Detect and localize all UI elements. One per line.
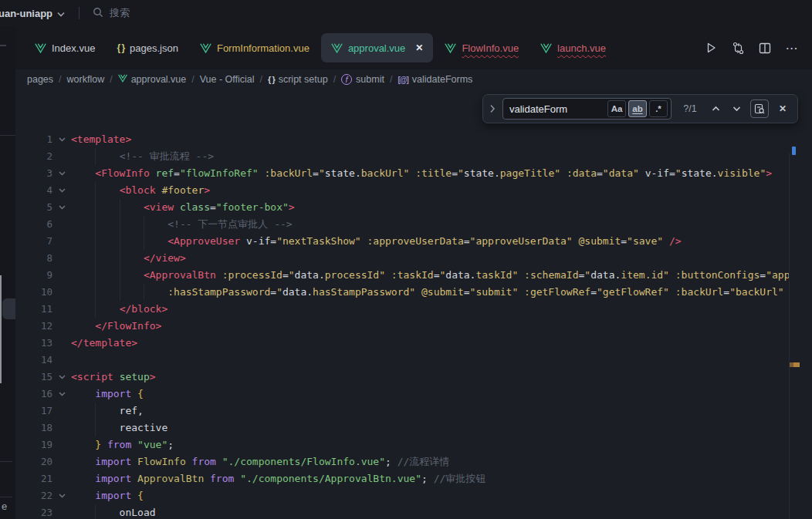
tab-label: FormInformation.vue: [217, 42, 310, 54]
sliver-divider: [0, 497, 12, 497]
code-text: <!-- 审批流程 -->: [71, 148, 789, 165]
code-line-22[interactable]: 22 import {: [15, 487, 789, 504]
code-text: :hasStampPassword="data.hasStampPassword…: [71, 284, 789, 301]
code-line-10[interactable]: 10 :hasStampPassword="data.hasStampPassw…: [15, 284, 789, 301]
code-line-20[interactable]: 20 import FlowInfo from "./components/Fl…: [15, 453, 789, 470]
code-line-16[interactable]: 16 import {: [15, 386, 789, 403]
fold-icon[interactable]: [52, 386, 71, 403]
code-line-19[interactable]: 19 } from "vue";: [15, 436, 789, 453]
fold-icon[interactable]: [52, 369, 71, 386]
find-input[interactable]: [505, 103, 605, 115]
code-line-3[interactable]: 3 <FlowInfo ref="flowInfoRef" :backUrl="…: [15, 165, 789, 182]
code-line-1[interactable]: 1<template>: [15, 131, 789, 148]
fold-spacer: [52, 233, 71, 250]
line-number: 14: [15, 352, 52, 369]
fold-icon[interactable]: [52, 487, 71, 504]
code-line-12[interactable]: 12 </FlowInfo>: [15, 318, 789, 335]
breadcrumb-item-workflow[interactable]: workflow: [67, 74, 105, 85]
fold-spacer: [52, 216, 71, 233]
code-line-4[interactable]: 4 <block #footer>: [15, 182, 789, 199]
breadcrumb-label: script setup: [279, 74, 328, 85]
whole-word-toggle[interactable]: ab: [628, 100, 647, 117]
sidebar-selected-item[interactable]: [2, 298, 16, 319]
code-line-5[interactable]: 5 <view class="footer-box">: [15, 199, 789, 216]
toggle-replace-icon[interactable]: [489, 104, 496, 113]
line-number: 7: [15, 233, 52, 250]
tab-launch-vue[interactable]: launch.vue: [530, 33, 616, 62]
regex-toggle[interactable]: .*: [649, 100, 668, 117]
fold-icon[interactable]: [52, 199, 71, 216]
code-line-15[interactable]: 15<script setup>: [15, 369, 789, 386]
compare-changes-icon[interactable]: [730, 40, 746, 56]
code-line-9[interactable]: 9 <ApprovalBtn :processId="data.processI…: [15, 267, 789, 284]
code-line-13[interactable]: 13</template>: [15, 335, 789, 352]
find-match-count: ?/1: [678, 103, 702, 114]
fold-icon[interactable]: [52, 182, 71, 199]
breadcrumb-label: workflow: [67, 74, 105, 85]
tab-approval-vue[interactable]: approval.vue✕: [321, 33, 434, 62]
close-find-icon[interactable]: ✕: [776, 102, 790, 116]
tab-label: pages.json: [130, 42, 178, 54]
breadcrumb-item-submit[interactable]: fsubmit: [341, 74, 384, 85]
fold-spacer: [52, 403, 71, 420]
code-text: </view>: [71, 250, 789, 267]
code-line-21[interactable]: 21 import ApprovalBtn from "./components…: [15, 470, 789, 487]
breadcrumb-label: pages: [27, 74, 53, 85]
code-line-8[interactable]: 8 </view>: [15, 250, 789, 267]
code-line-2[interactable]: 2 <!-- 审批流程 -->: [15, 148, 789, 165]
line-number: 16: [15, 386, 52, 403]
breadcrumb-item-validateforms[interactable]: [@]validateForms: [398, 74, 472, 85]
next-match-icon[interactable]: [729, 102, 743, 116]
overview-ruler-find-marker[interactable]: [792, 147, 796, 155]
tab-pages-json[interactable]: { }pages.json: [107, 33, 188, 62]
code-text: <ApprovalBtn :processId="data.processId"…: [71, 267, 789, 284]
indent-guide: [95, 267, 96, 284]
code-text: <script setup>: [71, 369, 789, 386]
line-number: 13: [15, 335, 52, 352]
fold-spacer: [52, 250, 71, 267]
code-line-7[interactable]: 7 <ApproveUser v-if="nextTaskShow" :appr…: [15, 233, 789, 250]
search-icon: [93, 7, 103, 20]
code-line-18[interactable]: 18 reactive: [15, 420, 789, 436]
overview-ruler-warning-marker[interactable]: [790, 362, 800, 367]
indent-guide: [95, 199, 96, 216]
sliver-divider: [0, 461, 12, 462]
match-case-toggle[interactable]: Aa: [607, 100, 626, 117]
code-text: [71, 352, 789, 369]
vue-icon: [540, 43, 552, 53]
tab-forminformation-vue[interactable]: FormInformation.vue: [190, 33, 320, 62]
editor-column: Index.vue{ }pages.jsonFormInformation.vu…: [15, 26, 812, 519]
tab-index-vue[interactable]: Index.vue: [25, 33, 105, 62]
run-icon[interactable]: [703, 40, 719, 56]
code-line-23[interactable]: 23 onLoad: [15, 504, 789, 519]
code-text: <ApproveUser v-if="nextTaskShow" :approv…: [71, 233, 789, 250]
braces-icon: { }: [268, 75, 275, 84]
previous-match-icon[interactable]: [709, 102, 722, 116]
code-area[interactable]: 1<template>2 <!-- 审批流程 -->3 <FlowInfo re…: [15, 131, 789, 519]
fold-spacer: [52, 453, 71, 470]
breadcrumb-item-pages[interactable]: pages: [27, 74, 53, 85]
breadcrumb-item-approval-vue[interactable]: approval.vue: [118, 74, 187, 85]
indent-guide: [120, 233, 120, 250]
fold-icon[interactable]: [52, 131, 71, 148]
function-icon: f: [341, 74, 352, 85]
tab-flowinfo-vue[interactable]: FlowInfo.vue: [435, 33, 529, 62]
find-in-selection-icon[interactable]: [750, 99, 769, 118]
code-line-6[interactable]: 6 <!-- 下一节点审批人 -->: [15, 216, 789, 233]
vue-icon: [118, 74, 127, 85]
breadcrumb-item-script-setup[interactable]: { }script setup: [268, 74, 328, 85]
global-search[interactable]: 搜索: [93, 6, 130, 20]
sidebar-scrollbar[interactable]: [0, 275, 2, 383]
code-line-11[interactable]: 11 </block>: [15, 301, 789, 318]
project-switcher[interactable]: uan-uniapp: [0, 8, 65, 19]
breadcrumb-item-vue-official[interactable]: Vue - Official: [200, 74, 255, 85]
fold-icon[interactable]: [52, 165, 71, 182]
code-line-17[interactable]: 17 ref,: [15, 403, 789, 420]
split-editor-icon[interactable]: [757, 40, 773, 56]
indent-guide: [95, 148, 96, 165]
code-line-14[interactable]: 14: [15, 352, 789, 369]
breadcrumb-label: validateForms: [412, 74, 473, 85]
member-icon: [@]: [398, 76, 408, 84]
more-actions-icon[interactable]: ⋯: [784, 40, 800, 56]
close-tab-icon[interactable]: ✕: [415, 43, 423, 52]
